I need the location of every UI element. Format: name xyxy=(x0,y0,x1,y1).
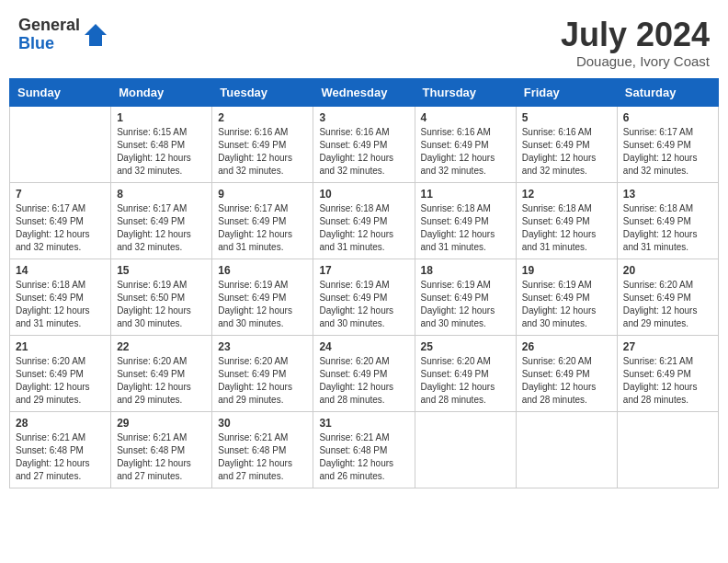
calendar-cell: 13Sunrise: 6:18 AMSunset: 6:49 PMDayligh… xyxy=(617,182,718,259)
calendar-cell: 8Sunrise: 6:17 AMSunset: 6:49 PMDaylight… xyxy=(111,182,212,259)
calendar-cell: 3Sunrise: 6:16 AMSunset: 6:49 PMDaylight… xyxy=(313,106,415,182)
calendar-cell xyxy=(10,106,111,182)
day-number: 18 xyxy=(421,264,510,277)
calendar-cell: 16Sunrise: 6:19 AMSunset: 6:49 PMDayligh… xyxy=(212,259,313,335)
day-info: Sunrise: 6:20 AMSunset: 6:49 PMDaylight:… xyxy=(16,355,105,407)
day-info: Sunrise: 6:17 AMSunset: 6:49 PMDaylight:… xyxy=(16,202,105,254)
calendar-cell: 27Sunrise: 6:21 AMSunset: 6:49 PMDayligh… xyxy=(617,335,718,411)
day-info: Sunrise: 6:16 AMSunset: 6:49 PMDaylight:… xyxy=(522,126,611,178)
day-info: Sunrise: 6:18 AMSunset: 6:49 PMDaylight:… xyxy=(623,202,712,254)
day-number: 20 xyxy=(623,264,712,277)
day-number: 17 xyxy=(319,264,408,277)
day-info: Sunrise: 6:17 AMSunset: 6:49 PMDaylight:… xyxy=(117,202,206,254)
day-info: Sunrise: 6:18 AMSunset: 6:49 PMDaylight:… xyxy=(319,202,408,254)
day-info: Sunrise: 6:21 AMSunset: 6:48 PMDaylight:… xyxy=(218,431,307,483)
day-info: Sunrise: 6:20 AMSunset: 6:49 PMDaylight:… xyxy=(117,355,206,407)
day-info: Sunrise: 6:20 AMSunset: 6:49 PMDaylight:… xyxy=(218,355,307,407)
calendar-cell: 10Sunrise: 6:18 AMSunset: 6:49 PMDayligh… xyxy=(313,182,415,259)
calendar-cell xyxy=(415,411,516,488)
calendar-cell: 19Sunrise: 6:19 AMSunset: 6:49 PMDayligh… xyxy=(516,259,617,335)
week-row-2: 14Sunrise: 6:18 AMSunset: 6:49 PMDayligh… xyxy=(10,259,719,335)
day-number: 7 xyxy=(16,188,105,201)
day-info: Sunrise: 6:19 AMSunset: 6:49 PMDaylight:… xyxy=(218,279,307,330)
day-info: Sunrise: 6:18 AMSunset: 6:49 PMDaylight:… xyxy=(16,279,105,330)
logo-icon xyxy=(82,21,109,49)
day-info: Sunrise: 6:19 AMSunset: 6:49 PMDaylight:… xyxy=(522,279,611,330)
week-row-1: 7Sunrise: 6:17 AMSunset: 6:49 PMDaylight… xyxy=(10,182,719,259)
calendar-cell: 12Sunrise: 6:18 AMSunset: 6:49 PMDayligh… xyxy=(516,182,617,259)
day-number: 3 xyxy=(319,111,408,124)
calendar-cell: 17Sunrise: 6:19 AMSunset: 6:49 PMDayligh… xyxy=(313,259,415,335)
day-info: Sunrise: 6:20 AMSunset: 6:49 PMDaylight:… xyxy=(421,355,510,407)
header-cell-thursday: Thursday xyxy=(415,78,516,106)
day-info: Sunrise: 6:17 AMSunset: 6:49 PMDaylight:… xyxy=(218,202,307,254)
header-cell-friday: Friday xyxy=(516,78,617,106)
calendar-cell: 1Sunrise: 6:15 AMSunset: 6:48 PMDaylight… xyxy=(111,106,212,182)
day-number: 28 xyxy=(16,417,105,430)
calendar-cell: 26Sunrise: 6:20 AMSunset: 6:49 PMDayligh… xyxy=(516,335,617,411)
day-number: 19 xyxy=(522,264,611,277)
day-number: 2 xyxy=(218,111,307,124)
day-info: Sunrise: 6:21 AMSunset: 6:49 PMDaylight:… xyxy=(623,355,712,407)
day-info: Sunrise: 6:16 AMSunset: 6:49 PMDaylight:… xyxy=(218,126,307,178)
header-cell-wednesday: Wednesday xyxy=(313,78,415,106)
day-number: 13 xyxy=(623,188,712,201)
week-row-0: 1Sunrise: 6:15 AMSunset: 6:48 PMDaylight… xyxy=(10,106,719,182)
svg-marker-0 xyxy=(85,24,107,46)
calendar-table: SundayMondayTuesdayWednesdayThursdayFrid… xyxy=(9,78,719,488)
calendar-cell: 18Sunrise: 6:19 AMSunset: 6:49 PMDayligh… xyxy=(415,259,516,335)
day-number: 21 xyxy=(16,340,105,353)
day-number: 6 xyxy=(623,111,712,124)
day-info: Sunrise: 6:15 AMSunset: 6:48 PMDaylight:… xyxy=(117,126,206,178)
day-info: Sunrise: 6:21 AMSunset: 6:48 PMDaylight:… xyxy=(319,431,408,483)
day-number: 8 xyxy=(117,188,206,201)
day-info: Sunrise: 6:21 AMSunset: 6:48 PMDaylight:… xyxy=(16,431,105,483)
calendar-cell: 23Sunrise: 6:20 AMSunset: 6:49 PMDayligh… xyxy=(212,335,313,411)
calendar-cell: 7Sunrise: 6:17 AMSunset: 6:49 PMDaylight… xyxy=(10,182,111,259)
day-number: 1 xyxy=(117,111,206,124)
calendar-cell: 9Sunrise: 6:17 AMSunset: 6:49 PMDaylight… xyxy=(212,182,313,259)
calendar-cell: 29Sunrise: 6:21 AMSunset: 6:48 PMDayligh… xyxy=(111,411,212,488)
day-info: Sunrise: 6:18 AMSunset: 6:49 PMDaylight:… xyxy=(522,202,611,254)
day-number: 10 xyxy=(319,188,408,201)
day-number: 29 xyxy=(117,417,206,430)
day-number: 26 xyxy=(522,340,611,353)
calendar-cell: 4Sunrise: 6:16 AMSunset: 6:49 PMDaylight… xyxy=(415,106,516,182)
day-number: 12 xyxy=(522,188,611,201)
header-cell-tuesday: Tuesday xyxy=(212,78,313,106)
day-number: 22 xyxy=(117,340,206,353)
calendar-cell: 22Sunrise: 6:20 AMSunset: 6:49 PMDayligh… xyxy=(111,335,212,411)
day-number: 11 xyxy=(421,188,510,201)
day-number: 15 xyxy=(117,264,206,277)
calendar-cell xyxy=(617,411,718,488)
day-info: Sunrise: 6:17 AMSunset: 6:49 PMDaylight:… xyxy=(623,126,712,178)
calendar-cell: 21Sunrise: 6:20 AMSunset: 6:49 PMDayligh… xyxy=(10,335,111,411)
day-number: 23 xyxy=(218,340,307,353)
title-area: July 2024 Douague, Ivory Coast xyxy=(561,17,710,69)
calendar-cell: 15Sunrise: 6:19 AMSunset: 6:50 PMDayligh… xyxy=(111,259,212,335)
day-info: Sunrise: 6:21 AMSunset: 6:48 PMDaylight:… xyxy=(117,431,206,483)
calendar-cell: 31Sunrise: 6:21 AMSunset: 6:48 PMDayligh… xyxy=(313,411,415,488)
logo-general: General xyxy=(18,17,80,35)
day-number: 14 xyxy=(16,264,105,277)
header-cell-saturday: Saturday xyxy=(617,78,718,106)
day-number: 9 xyxy=(218,188,307,201)
day-info: Sunrise: 6:20 AMSunset: 6:49 PMDaylight:… xyxy=(623,279,712,330)
day-number: 16 xyxy=(218,264,307,277)
calendar-cell: 30Sunrise: 6:21 AMSunset: 6:48 PMDayligh… xyxy=(212,411,313,488)
day-info: Sunrise: 6:16 AMSunset: 6:49 PMDaylight:… xyxy=(421,126,510,178)
day-number: 30 xyxy=(218,417,307,430)
week-row-4: 28Sunrise: 6:21 AMSunset: 6:48 PMDayligh… xyxy=(10,411,719,488)
logo: General Blue xyxy=(18,17,109,53)
header-row: SundayMondayTuesdayWednesdayThursdayFrid… xyxy=(10,78,719,106)
day-number: 31 xyxy=(319,417,408,430)
calendar-cell: 11Sunrise: 6:18 AMSunset: 6:49 PMDayligh… xyxy=(415,182,516,259)
calendar-cell: 28Sunrise: 6:21 AMSunset: 6:48 PMDayligh… xyxy=(10,411,111,488)
day-number: 24 xyxy=(319,340,408,353)
day-info: Sunrise: 6:19 AMSunset: 6:49 PMDaylight:… xyxy=(319,279,408,330)
day-info: Sunrise: 6:19 AMSunset: 6:49 PMDaylight:… xyxy=(421,279,510,330)
day-number: 5 xyxy=(522,111,611,124)
day-info: Sunrise: 6:20 AMSunset: 6:49 PMDaylight:… xyxy=(319,355,408,407)
day-info: Sunrise: 6:16 AMSunset: 6:49 PMDaylight:… xyxy=(319,126,408,178)
logo-blue: Blue xyxy=(18,35,80,53)
